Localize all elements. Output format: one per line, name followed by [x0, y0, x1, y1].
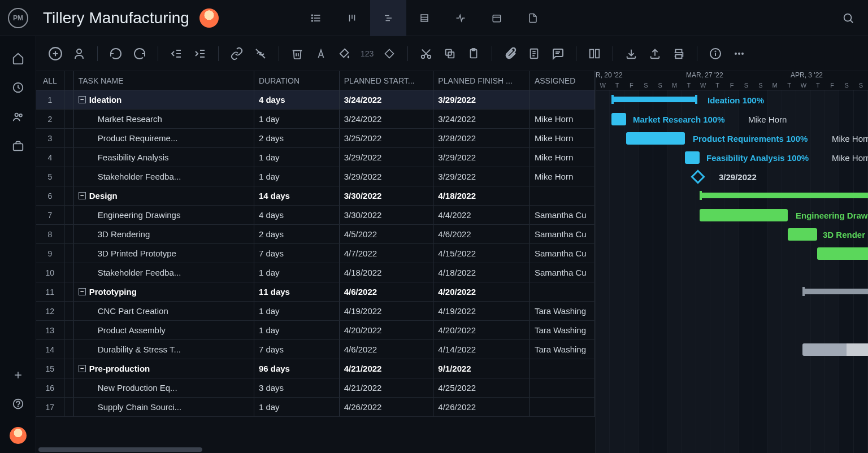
help-icon[interactable]	[12, 398, 24, 410]
finish-cell[interactable]: 4/14/2022	[433, 340, 530, 359]
finish-cell[interactable]: 4/19/2022	[433, 302, 530, 320]
task-name-cell[interactable]: −Pre-production	[74, 359, 254, 378]
task-name-cell[interactable]: −Design	[74, 186, 254, 205]
gantt-view-tab[interactable]	[370, 0, 406, 36]
outdent-icon[interactable]	[168, 46, 184, 62]
start-cell[interactable]: 4/21/2022	[340, 359, 434, 378]
assigned-cell[interactable]: Mike Horn	[530, 129, 595, 147]
finish-cell[interactable]: 4/26/2022	[433, 398, 530, 416]
milestone-marker[interactable]	[691, 169, 705, 184]
clock-icon[interactable]	[12, 81, 24, 94]
assigned-cell[interactable]: Tara Washing	[530, 321, 595, 339]
duration-cell[interactable]: 4 days	[254, 90, 340, 109]
task-name-cell[interactable]: 3D Printed Prototype	[74, 244, 254, 263]
table-row[interactable]: 6−Design14 days3/30/20224/18/2022	[36, 186, 595, 206]
gantt-task-bar[interactable]	[802, 343, 868, 356]
comment-icon[interactable]	[550, 46, 566, 62]
duration-cell[interactable]: 4 days	[254, 206, 340, 224]
text-color-icon[interactable]	[313, 46, 329, 62]
more-icon[interactable]	[731, 46, 747, 62]
assigned-cell[interactable]: Mike Horn	[530, 148, 595, 167]
assigned-cell[interactable]	[530, 186, 595, 205]
table-view-tab[interactable]	[406, 0, 442, 36]
assigned-cell[interactable]	[530, 90, 595, 109]
duration-cell[interactable]: 1 day	[254, 263, 340, 282]
collapse-icon[interactable]: −	[79, 96, 86, 103]
duration-cell[interactable]: 2 days	[254, 129, 340, 147]
start-cell[interactable]: 3/30/2022	[340, 206, 434, 224]
gantt-task-bar[interactable]	[626, 132, 685, 145]
team-icon[interactable]	[12, 111, 24, 123]
duration-cell[interactable]: 7 days	[254, 244, 340, 263]
duration-cell[interactable]: 1 day	[254, 398, 340, 416]
table-row[interactable]: 14Durability & Stress T...7 days4/6/2022…	[36, 340, 595, 359]
cut-icon[interactable]	[418, 46, 434, 62]
table-row[interactable]: 10Stakeholder Feedba...1 day4/18/20224/1…	[36, 263, 595, 282]
collapse-icon[interactable]: −	[79, 365, 86, 372]
search-icon[interactable]	[842, 12, 854, 24]
finish-cell[interactable]: 3/29/2022	[433, 167, 530, 186]
table-row[interactable]: 4Feasibility Analysis1 day3/29/20223/29/…	[36, 148, 595, 167]
assigned-cell[interactable]: Tara Washing	[530, 302, 595, 320]
project-owner-avatar[interactable]	[199, 8, 219, 28]
assigned-cell[interactable]	[530, 359, 595, 378]
start-cell[interactable]: 4/26/2022	[340, 398, 434, 416]
start-cell[interactable]: 3/29/2022	[340, 148, 434, 167]
document-view-tab[interactable]	[515, 0, 551, 36]
assigned-cell[interactable]: Mike Horn	[530, 167, 595, 186]
task-name-cell[interactable]: CNC Part Creation	[74, 302, 254, 320]
table-row[interactable]: 1−Ideation4 days3/24/20223/29/2022	[36, 90, 595, 110]
gantt-summary-bar[interactable]	[700, 193, 868, 198]
assigned-cell[interactable]	[530, 282, 595, 301]
duration-cell[interactable]: 1 day	[254, 321, 340, 339]
undo-icon[interactable]	[108, 46, 124, 62]
start-cell[interactable]: 3/25/2022	[340, 129, 434, 147]
finish-cell[interactable]: 3/28/2022	[433, 129, 530, 147]
finish-cell[interactable]: 4/25/2022	[433, 378, 530, 397]
columns-icon[interactable]	[587, 46, 602, 62]
finish-cell[interactable]: 9/1/2022	[433, 359, 530, 378]
table-row[interactable]: 93D Printed Prototype7 days4/7/20224/15/…	[36, 244, 595, 263]
milestone-icon[interactable]	[381, 46, 397, 62]
start-cell[interactable]: 4/18/2022	[340, 263, 434, 282]
table-row[interactable]: 17Supply Chain Sourci...1 day4/26/20224/…	[36, 398, 595, 417]
duration-cell[interactable]: 1 day	[254, 302, 340, 320]
duration-cell[interactable]: 14 days	[254, 186, 340, 205]
task-name-cell[interactable]: Product Requireme...	[74, 129, 254, 147]
start-cell[interactable]: 4/6/2022	[340, 282, 434, 301]
finish-cell[interactable]: 3/29/2022	[433, 148, 530, 167]
assigned-cell[interactable]	[530, 378, 595, 397]
duration-cell[interactable]: 1 day	[254, 110, 340, 128]
duration-cell[interactable]: 96 days	[254, 359, 340, 378]
finish-cell[interactable]: 3/29/2022	[433, 90, 530, 109]
start-cell[interactable]: 3/29/2022	[340, 167, 434, 186]
task-name-cell[interactable]: Engineering Drawings	[74, 206, 254, 224]
delete-icon[interactable]	[289, 46, 305, 62]
col-task-name[interactable]: TASK NAME	[74, 71, 254, 90]
start-cell[interactable]: 3/24/2022	[340, 110, 434, 128]
start-cell[interactable]: 4/7/2022	[340, 244, 434, 263]
redo-icon[interactable]	[132, 46, 147, 62]
finish-cell[interactable]: 4/20/2022	[433, 282, 530, 301]
attachment-icon[interactable]	[502, 46, 518, 62]
info-icon[interactable]	[708, 46, 723, 62]
task-name-cell[interactable]: −Prototyping	[74, 282, 254, 301]
start-cell[interactable]: 4/5/2022	[340, 225, 434, 243]
assigned-cell[interactable]: Samantha Cu	[530, 225, 595, 243]
table-row[interactable]: 13Product Assembly1 day4/20/20224/20/202…	[36, 321, 595, 340]
table-row[interactable]: 5Stakeholder Feedba...1 day3/29/20223/29…	[36, 167, 595, 186]
col-all[interactable]: ALL	[36, 71, 64, 90]
assigned-cell[interactable]: Mike Horn	[530, 110, 595, 128]
horizontal-scrollbar[interactable]	[36, 446, 595, 453]
home-icon[interactable]	[12, 52, 24, 64]
activity-view-tab[interactable]	[442, 0, 479, 36]
start-cell[interactable]: 4/20/2022	[340, 321, 434, 339]
col-duration[interactable]: DURATION	[254, 71, 340, 90]
col-assigned[interactable]: ASSIGNED	[530, 71, 595, 90]
finish-cell[interactable]: 4/15/2022	[433, 244, 530, 263]
export-icon[interactable]	[647, 46, 663, 62]
list-view-tab[interactable]	[298, 0, 334, 36]
fill-color-icon[interactable]	[337, 46, 353, 62]
assign-icon[interactable]	[71, 46, 87, 62]
finish-cell[interactable]: 4/20/2022	[433, 321, 530, 339]
